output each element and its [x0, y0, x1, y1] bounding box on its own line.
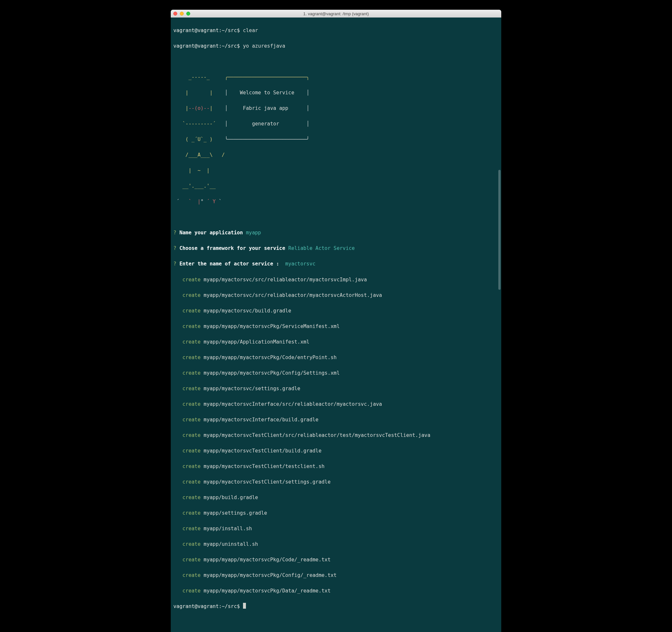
create-line: create myapp/myapp/myactorsvcPkg/Code/_r… [173, 556, 499, 564]
create-line: create myapp/settings.gradle [173, 509, 499, 517]
create-line: create myapp/myactorsvc/src/reliableacto… [173, 291, 499, 299]
cmd-line-3[interactable]: vagrant@vagrant:~/src$ [173, 603, 499, 610]
close-icon[interactable] [173, 12, 177, 16]
create-line: create myapp/build.gradle [173, 494, 499, 501]
scrollbar-thumb[interactable] [498, 170, 501, 290]
answer-value: Reliable Actor Service [288, 245, 355, 251]
yo-ascii: ´ ` |° ´ Y ` [173, 198, 499, 206]
create-line: create myapp/myactorsvc/settings.gradle [173, 385, 499, 393]
create-line: create myapp/myactorsvcTestClient/settin… [173, 478, 499, 486]
question-mark-icon: ? [173, 245, 176, 251]
create-line: create myapp/myactorsvc/build.gradle [173, 307, 499, 315]
prompt: vagrant@vagrant:~/src$ [173, 27, 243, 33]
create-line: create myapp/myactorsvcTestClient/build.… [173, 447, 499, 455]
cmd-line-2: vagrant@vagrant:~/src$ yo azuresfjava [173, 42, 499, 50]
yo-ascii: `---------´ │ generator │ [173, 120, 499, 128]
yo-ascii: | ~ | [173, 167, 499, 174]
yo-ascii: |--(o)--| │ Fabric java app │ [173, 104, 499, 112]
create-line: create myapp/myapp/myactorsvcPkg/Config/… [173, 571, 499, 579]
question-mark-icon: ? [173, 230, 176, 236]
command-text: yo azuresfjava [243, 43, 285, 49]
create-line: create myapp/install.sh [173, 525, 499, 533]
window-title: 1. vagrant@vagrant: /tmp (vagrant) [171, 11, 501, 16]
titlebar[interactable]: 1. vagrant@vagrant: /tmp (vagrant) [171, 10, 501, 18]
create-line: create myapp/myapp/ApplicationManifest.x… [173, 338, 499, 346]
cmd-line-1: vagrant@vagrant:~/src$ clear [173, 27, 499, 34]
yo-ascii: ( _´U`_ ) ╰──────────────────────────╯ [173, 136, 499, 143]
create-line: create myapp/myactorsvcTestClient/testcl… [173, 463, 499, 470]
minimize-icon[interactable] [180, 12, 184, 16]
window-controls [173, 12, 190, 16]
prompt-question: ? Name your application myapp [173, 229, 499, 237]
yo-ascii: __'.___.'__ [173, 182, 499, 190]
prompt: vagrant@vagrant:~/src$ [173, 604, 243, 609]
create-line: create myapp/myapp/myactorsvcPkg/Config/… [173, 369, 499, 377]
command-text: clear [243, 27, 258, 33]
terminal-window: 1. vagrant@vagrant: /tmp (vagrant) vagra… [171, 10, 501, 632]
zoom-icon[interactable] [186, 12, 190, 16]
prompt-question: ? Enter the name of actor service : myac… [173, 260, 499, 268]
create-line: create myapp/myapp/myactorsvcPkg/Code/en… [173, 354, 499, 361]
yo-ascii: | | │ Welcome to Service │ [173, 89, 499, 97]
answer-value: myapp [246, 230, 261, 236]
create-line: create myapp/uninstall.sh [173, 540, 499, 548]
create-line: create myapp/myactorsvcTestClient/src/re… [173, 431, 499, 439]
create-line: create myapp/myapp/myactorsvcPkg/Data/_r… [173, 587, 499, 595]
prompt: vagrant@vagrant:~/src$ [173, 43, 243, 49]
create-line: create myapp/myactorsvcInterface/build.g… [173, 416, 499, 424]
create-line: create myapp/myactorsvc/src/reliableacto… [173, 276, 499, 284]
prompt-question: ? Choose a framework for your service Re… [173, 244, 499, 252]
create-line: create myapp/myapp/myactorsvcPkg/Service… [173, 323, 499, 330]
question-mark-icon: ? [173, 261, 176, 267]
create-line: create myapp/myactorsvcInterface/src/rel… [173, 400, 499, 408]
yo-ascii: /___A___\ / [173, 151, 499, 159]
cursor-icon [243, 603, 246, 609]
answer-value: myactorsvc [285, 261, 315, 267]
yo-ascii: _-----_ ╭──────────────────────────╮ [173, 73, 499, 81]
terminal-content[interactable]: vagrant@vagrant:~/src$ clear vagrant@vag… [171, 18, 501, 632]
